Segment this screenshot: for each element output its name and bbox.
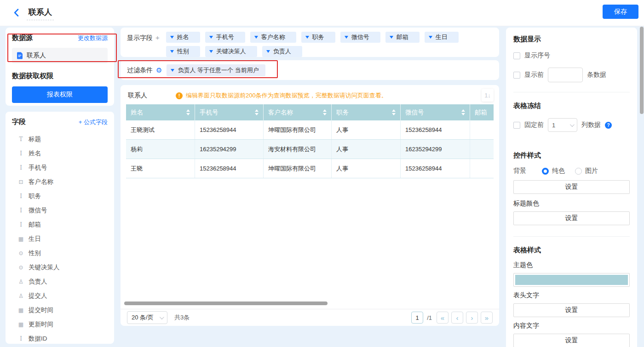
show-first-prefix: 显示前	[524, 71, 544, 79]
field-chip[interactable]: 职务	[301, 32, 335, 43]
first-page-button[interactable]: «	[437, 312, 448, 324]
background-set-button[interactable]: 设置	[513, 180, 630, 194]
page-nav-buttons: «‹›»	[437, 312, 493, 324]
table-row[interactable]: 王晓测试15236258944坤曜国际有限公司人事15236258944	[126, 120, 494, 140]
table-cell: 15236258944	[195, 159, 264, 178]
sort-icon[interactable]	[461, 109, 465, 115]
freeze-prefix: 固定前	[524, 121, 544, 129]
filter-condition-chip[interactable]: 负责人 等于任意一个 当前用户	[167, 64, 265, 76]
theme-color-picker[interactable]	[513, 273, 630, 287]
solid-color-radio[interactable]	[542, 168, 549, 175]
header-text-set-button[interactable]: 设置	[513, 303, 630, 317]
field-label: 微信号	[29, 206, 47, 215]
column-header-label: 手机号	[200, 108, 218, 117]
column-header[interactable]: 微信号	[401, 104, 470, 120]
image-radio[interactable]	[575, 168, 582, 175]
chevron-down-icon	[209, 36, 213, 39]
column-header-label: 客户名称	[268, 108, 293, 117]
field-chip[interactable]: 客户名称	[250, 32, 296, 43]
column-header[interactable]: 职务	[332, 104, 401, 120]
field-chip-label: 关键决策人	[216, 47, 246, 56]
field-chip[interactable]: 姓名	[166, 32, 200, 43]
table-row[interactable]: 王晓15236258944坤曜国际有限公司人事15236258944	[126, 159, 494, 178]
chevron-down-icon	[171, 69, 174, 72]
field-item[interactable]: I职务	[12, 189, 108, 203]
table-cell: 15236258944	[195, 120, 264, 139]
display-fields-label: 显示字段+	[127, 32, 160, 57]
chip-row: 姓名手机号客户名称职务微信号邮箱生日	[166, 32, 459, 43]
field-item[interactable]: ▦提交时间	[12, 303, 108, 317]
change-datasource-link[interactable]: 更改数据源	[78, 34, 108, 42]
show-first-count-input[interactable]	[548, 68, 583, 82]
show-first-checkbox[interactable]	[513, 72, 520, 79]
field-chip[interactable]: 邮箱	[385, 32, 420, 43]
field-item[interactable]: ♙提交人	[12, 289, 108, 303]
field-item[interactable]: I邮箱	[12, 217, 108, 232]
freeze-suffix: 列数据	[581, 121, 601, 129]
field-item[interactable]: I姓名	[12, 146, 108, 160]
back-button[interactable]	[14, 9, 19, 18]
help-icon[interactable]: ?	[605, 122, 612, 129]
table-cell: 杨莉	[126, 140, 195, 159]
page-size-select[interactable]: 20 条/页	[127, 311, 167, 324]
sort-icon[interactable]	[186, 109, 190, 115]
field-item[interactable]: ♙负责人	[12, 274, 108, 289]
field-item[interactable]: I手机号	[12, 160, 108, 175]
field-item[interactable]: ⊙关键决策人	[12, 260, 108, 274]
scrollbar-thumb[interactable]	[640, 27, 644, 114]
field-chip[interactable]: 负责人	[262, 46, 302, 57]
window-scrollbar[interactable]	[640, 26, 644, 347]
table-cell: 人事	[332, 159, 401, 178]
report-permission-button[interactable]: 报表权限	[12, 86, 108, 103]
fields-title: 字段	[12, 118, 26, 126]
title-color-set-button[interactable]: 设置	[513, 211, 630, 225]
datasource-item[interactable]: 联系人	[12, 48, 108, 63]
field-chip[interactable]: 生日	[425, 32, 459, 43]
field-chip[interactable]: 关键决策人	[205, 46, 257, 57]
datasource-item-label: 联系人	[27, 51, 46, 60]
field-chip-rows: 姓名手机号客户名称职务微信号邮箱生日性别关键决策人负责人	[166, 32, 459, 57]
horizontal-scrollbar[interactable]	[124, 301, 328, 305]
show-index-checkbox[interactable]	[513, 52, 520, 59]
gear-icon[interactable]: ⚙	[156, 66, 162, 74]
field-item[interactable]: ⊡客户名称	[12, 175, 108, 189]
freeze-checkbox[interactable]	[513, 122, 520, 129]
freeze-count-select[interactable]: 1	[548, 118, 577, 132]
field-item[interactable]: I微信号	[12, 203, 108, 217]
field-item[interactable]: T标题	[12, 132, 108, 146]
table-body: 王晓测试15236258944坤曜国际有限公司人事15236258944杨莉16…	[126, 120, 494, 178]
field-label: 邮箱	[29, 221, 41, 229]
chevron-down-icon	[429, 36, 432, 39]
widget-style-title: 控件样式	[513, 151, 630, 160]
content-text-set-button[interactable]: 设置	[513, 334, 630, 347]
column-header[interactable]: 邮箱	[470, 104, 494, 120]
sort-order-icon[interactable]: 1↓	[482, 89, 494, 102]
field-label: 手机号	[29, 164, 47, 172]
field-item[interactable]: ⊙性别	[12, 246, 108, 260]
column-header[interactable]: 手机号	[195, 104, 264, 120]
background-label: 背景	[513, 167, 542, 175]
field-chip[interactable]: 手机号	[205, 32, 245, 43]
field-item[interactable]: I数据ID	[12, 331, 108, 346]
last-page-button[interactable]: »	[481, 312, 493, 324]
field-item[interactable]: ▦生日	[12, 232, 108, 246]
column-header[interactable]: 姓名	[126, 104, 195, 120]
formula-field-link[interactable]: + 公式字段	[79, 118, 108, 126]
prev-page-button[interactable]: ‹	[451, 312, 463, 324]
sort-icon[interactable]	[323, 109, 327, 115]
show-index-label: 显示序号	[524, 51, 550, 60]
freeze-title: 表格冻结	[513, 102, 630, 110]
current-page-input[interactable]: 1	[411, 312, 423, 324]
field-item[interactable]: ▦更新时间	[12, 317, 108, 331]
save-button[interactable]: 保存	[603, 5, 638, 19]
column-header[interactable]: 客户名称	[264, 104, 332, 120]
chevron-down-icon	[170, 50, 174, 53]
field-chip[interactable]: 微信号	[340, 32, 380, 43]
add-field-button[interactable]: +	[155, 34, 160, 41]
field-chip[interactable]: 性别	[166, 46, 200, 57]
notice-text: 编辑界面只取数据源前200条作为查询数据预览，完整数据请访问页面查看。	[186, 91, 387, 100]
next-page-button[interactable]: ›	[466, 312, 478, 324]
sort-icon[interactable]	[392, 109, 396, 115]
table-row[interactable]: 杨莉16235294299海安材料有限公司人事16235294299	[126, 140, 494, 159]
sort-icon[interactable]	[255, 109, 259, 115]
